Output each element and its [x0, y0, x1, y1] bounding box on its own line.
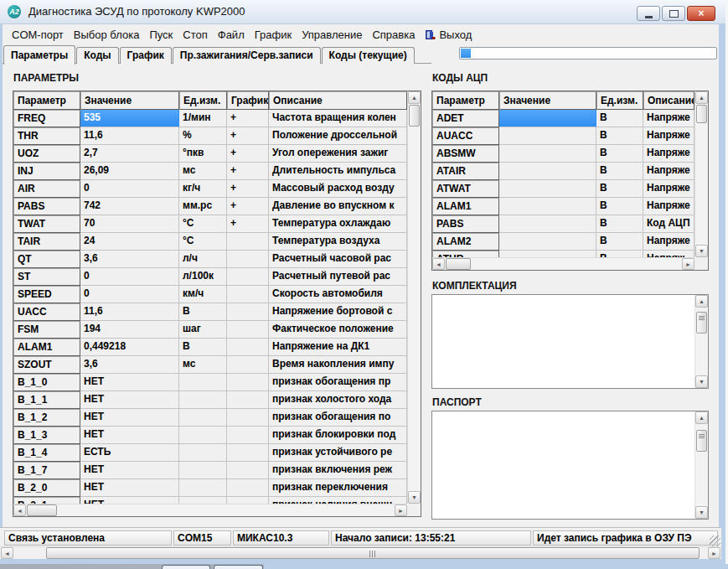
cell-graph[interactable]: [227, 356, 269, 374]
cell-value[interactable]: НЕТ: [80, 462, 179, 479]
cell-graph[interactable]: +: [227, 145, 269, 163]
cell-value[interactable]: 11,6: [80, 303, 179, 321]
scroll-down-icon[interactable]: ▼: [695, 245, 708, 257]
cell-desc[interactable]: Фактическое положение: [269, 321, 407, 339]
scrollbar-thumb[interactable]: [696, 312, 707, 334]
cell-unit[interactable]: [179, 409, 227, 427]
cell-desc[interactable]: Напряже: [643, 163, 694, 180]
cell-graph[interactable]: [227, 462, 269, 479]
cell-unit[interactable]: 1/мин: [179, 110, 227, 127]
scroll-down-icon[interactable]: ▼: [695, 375, 708, 388]
scroll-up-icon[interactable]: ▲: [695, 91, 708, 104]
scroll-left-icon[interactable]: ◄: [432, 258, 445, 270]
cell-graph[interactable]: [227, 251, 269, 268]
cell-value[interactable]: [499, 145, 596, 163]
cell-graph[interactable]: [227, 427, 269, 444]
menu-graph[interactable]: График: [250, 27, 297, 43]
equipment-scrollbar[interactable]: ▲ ▼: [694, 295, 708, 388]
cell-value[interactable]: 3,6: [80, 251, 179, 268]
cell-value[interactable]: 24: [80, 233, 179, 251]
cell-desc[interactable]: Скорость автомобиля: [269, 286, 407, 303]
cell-value[interactable]: 0: [80, 286, 179, 303]
cell-graph[interactable]: [227, 497, 269, 504]
cell-desc[interactable]: признак обогащения пр: [269, 374, 407, 391]
cell-value[interactable]: [499, 180, 596, 198]
cell-unit[interactable]: В: [179, 303, 227, 321]
cell-graph[interactable]: +: [227, 110, 269, 127]
cell-value[interactable]: 535: [80, 110, 179, 127]
cell-desc[interactable]: Температура охлаждаю: [269, 215, 407, 233]
scrollbar-thumb[interactable]: [46, 547, 700, 559]
cell-graph[interactable]: [227, 444, 269, 462]
menu-exit[interactable]: Выход: [420, 27, 477, 43]
scroll-right-icon[interactable]: ►: [395, 504, 407, 516]
cell-unit[interactable]: В: [596, 127, 643, 145]
tab-parameters[interactable]: Параметры: [3, 45, 75, 65]
cell-graph[interactable]: [227, 409, 269, 427]
cell-desc[interactable]: признак устойчивого ре: [269, 444, 407, 462]
cell-desc[interactable]: Температура воздуха: [269, 233, 407, 251]
cell-unit[interactable]: [179, 391, 227, 409]
cell-unit[interactable]: л/ч: [179, 251, 227, 268]
cell-desc[interactable]: Длительность импульса: [269, 163, 407, 180]
cell-unit[interactable]: [179, 462, 227, 479]
cell-value[interactable]: НЕТ: [80, 409, 179, 427]
cell-unit[interactable]: [179, 444, 227, 462]
cell-unit[interactable]: [179, 497, 227, 504]
cell-value[interactable]: 2,7: [80, 145, 179, 163]
cell-unit[interactable]: л/100к: [179, 268, 227, 286]
resize-grip-icon[interactable]: [710, 535, 720, 546]
cell-unit[interactable]: В: [596, 198, 643, 215]
cell-desc[interactable]: признак переключения: [269, 479, 407, 497]
cell-value[interactable]: [499, 163, 596, 180]
adc-vertical-scrollbar[interactable]: ▲ ▼: [694, 91, 708, 257]
cell-unit[interactable]: В: [596, 233, 643, 251]
cell-unit[interactable]: В: [596, 251, 643, 257]
cell-value[interactable]: 3,6: [80, 356, 179, 374]
scroll-right-icon[interactable]: ►: [682, 258, 694, 270]
cell-value[interactable]: НЕТ: [80, 497, 179, 504]
cell-unit[interactable]: В: [596, 180, 643, 198]
cell-unit[interactable]: °C: [179, 233, 227, 251]
tab-codes[interactable]: Коды: [76, 47, 118, 64]
minimize-button[interactable]: [637, 6, 660, 21]
cell-desc[interactable]: Положение дроссельной: [269, 127, 407, 145]
maximize-button[interactable]: [662, 6, 685, 21]
cell-value[interactable]: НЕТ: [80, 427, 179, 444]
cell-desc[interactable]: Напряжение бортовой с: [269, 303, 407, 321]
menu-stop[interactable]: Стоп: [178, 27, 212, 43]
scrollbar-thumb[interactable]: [27, 504, 57, 516]
equipment-textbox[interactable]: ▲ ▼: [431, 294, 709, 389]
cell-unit[interactable]: %: [179, 127, 227, 145]
cell-unit[interactable]: мс: [179, 163, 227, 180]
cell-value[interactable]: 11,6: [80, 127, 179, 145]
cell-graph[interactable]: [227, 268, 269, 286]
cell-value[interactable]: [499, 251, 596, 257]
tab-ignition-service[interactable]: Пр.зажигания/Серв.записи: [173, 47, 321, 64]
cell-unit[interactable]: В: [596, 215, 643, 233]
cell-desc[interactable]: Напряже: [643, 180, 694, 198]
cell-unit[interactable]: [179, 479, 227, 497]
passport-scrollbar[interactable]: ▲ ▼: [694, 411, 708, 519]
cell-desc[interactable]: Время накопления импу: [269, 356, 407, 374]
cell-desc[interactable]: Напряже: [643, 145, 694, 163]
cell-desc[interactable]: Напряж: [643, 251, 694, 257]
cell-value[interactable]: 194: [80, 321, 179, 339]
cell-graph[interactable]: +: [227, 180, 269, 198]
cell-desc[interactable]: признак наличия внешн: [269, 497, 407, 504]
cell-desc[interactable]: Расчетный часовой рас: [269, 251, 407, 268]
cell-unit[interactable]: В: [596, 145, 643, 163]
cell-value[interactable]: [499, 233, 596, 251]
cell-unit[interactable]: °C: [179, 215, 227, 233]
cell-graph[interactable]: +: [227, 163, 269, 180]
cell-value[interactable]: [499, 215, 596, 233]
cell-desc[interactable]: Давление во впускном к: [269, 198, 407, 215]
parameters-vertical-scrollbar[interactable]: ▲ ▼: [407, 91, 421, 504]
cell-graph[interactable]: +: [227, 215, 269, 233]
menu-block-select[interactable]: Выбор блока: [69, 27, 145, 43]
cell-graph[interactable]: [227, 374, 269, 391]
cell-unit[interactable]: [179, 374, 227, 391]
cell-graph[interactable]: [227, 321, 269, 339]
cell-value[interactable]: НЕТ: [80, 391, 179, 409]
cell-unit[interactable]: кг/ч: [179, 180, 227, 198]
